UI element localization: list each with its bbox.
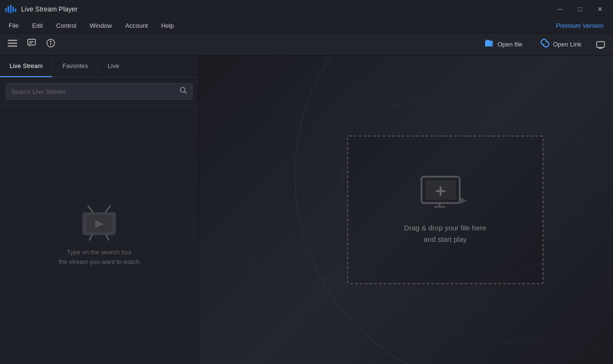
search-container (0, 78, 198, 106)
search-button[interactable] (180, 87, 187, 96)
app-logo-icon (4, 2, 17, 16)
tv-icon (78, 204, 121, 242)
toolbar: Open file Open Link (0, 34, 613, 56)
svg-line-23 (106, 235, 109, 240)
open-link-label: Open Link (553, 41, 581, 48)
svg-rect-1 (8, 6, 9, 13)
menu-help[interactable]: Help (155, 20, 181, 31)
open-link-icon (540, 38, 550, 51)
svg-line-22 (90, 235, 92, 240)
sidebar-hint: Type on the search box the stream you wa… (58, 248, 139, 266)
svg-rect-3 (12, 7, 14, 12)
sidebar: Live Stream Favorites Live (0, 56, 199, 364)
svg-rect-8 (28, 39, 35, 45)
open-file-icon (484, 38, 495, 51)
menu-account[interactable]: Account (119, 20, 155, 31)
main-content: Drag & drop your file here and start pla… (199, 56, 613, 364)
svg-point-15 (181, 88, 185, 92)
main-layout: Live Stream Favorites Live (0, 56, 613, 364)
menu-bar: File Edit Control Window Account Help Pr… (0, 18, 613, 34)
toolbar-right: Open file Open Link (477, 35, 609, 54)
svg-rect-4 (15, 9, 16, 12)
info-icon (46, 38, 56, 50)
svg-rect-5 (8, 40, 17, 41)
search-input[interactable] (11, 88, 176, 95)
app-title: Live Stream Player (21, 5, 551, 13)
window-controls: ─ □ ✕ (551, 2, 609, 16)
tab-bar: Live Stream Favorites Live (0, 56, 198, 78)
title-bar: Live Stream Player ─ □ ✕ (0, 0, 613, 18)
open-link-button[interactable]: Open Link (533, 35, 588, 54)
svg-rect-2 (10, 5, 11, 13)
chat-button[interactable] (23, 36, 40, 53)
minimize-button[interactable]: ─ (551, 2, 569, 16)
menu-control[interactable]: Control (49, 20, 83, 31)
open-file-button[interactable]: Open file (477, 35, 529, 54)
open-file-label: Open file (498, 41, 522, 48)
menu-window[interactable]: Window (83, 20, 118, 31)
chat-icon (27, 38, 36, 50)
svg-rect-14 (597, 42, 604, 47)
svg-rect-6 (8, 43, 17, 44)
close-button[interactable]: ✕ (591, 2, 609, 16)
sidebar-content: Type on the search box the stream you wa… (0, 106, 198, 364)
menu-edit[interactable]: Edit (25, 20, 49, 31)
hamburger-icon (8, 38, 17, 50)
tab-favorites[interactable]: Favorites (53, 56, 97, 77)
svg-line-18 (105, 206, 110, 212)
tab-live-stream[interactable]: Live Stream (0, 56, 52, 77)
tab-live[interactable]: Live (98, 56, 129, 77)
svg-rect-7 (8, 46, 17, 47)
svg-line-16 (185, 92, 187, 94)
search-box (6, 83, 193, 100)
premium-version-label: Premium Version (556, 22, 611, 29)
hamburger-menu-button[interactable] (4, 36, 21, 53)
menu-file[interactable]: File (2, 20, 25, 31)
svg-rect-0 (5, 8, 7, 12)
drop-zone[interactable]: Drag & drop your file here and start pla… (347, 136, 544, 284)
tv-icon-wrap: Type on the search box the stream you wa… (58, 204, 139, 266)
svg-line-17 (88, 206, 93, 212)
drop-zone-text: Drag & drop your file here and start pla… (404, 222, 487, 245)
maximize-button[interactable]: □ (571, 2, 589, 16)
cast-button[interactable] (592, 36, 609, 53)
info-button[interactable] (42, 36, 59, 53)
svg-point-13 (50, 41, 51, 42)
drop-icon (419, 174, 472, 213)
